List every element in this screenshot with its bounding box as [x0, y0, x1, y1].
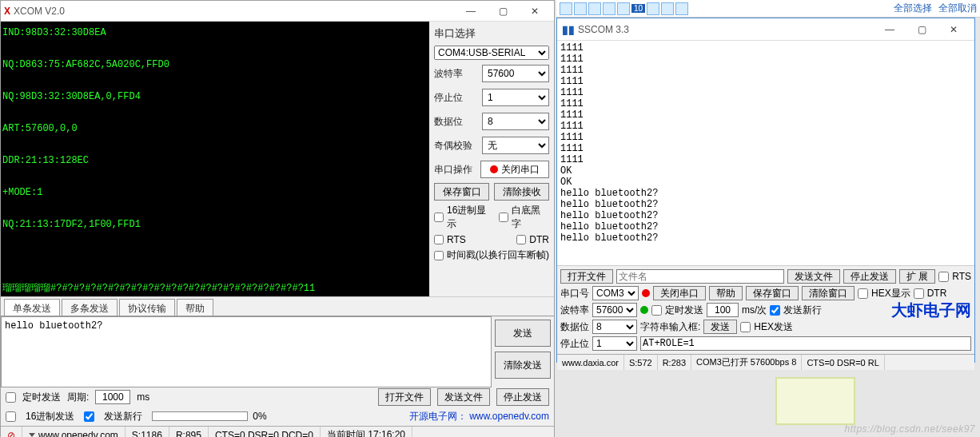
- baud-select[interactable]: 57600: [592, 303, 637, 317]
- minimize-button[interactable]: —: [874, 21, 906, 38]
- sscom-logo-icon: ▮▮: [562, 23, 575, 36]
- minimize-button[interactable]: —: [455, 2, 487, 20]
- sscom-control-panel: 打开文件 发送文件 停止发送 扩 展 RTS 串口号 COM3 关闭串口 帮助 …: [557, 266, 974, 354]
- send-file-button[interactable]: 发送文件: [787, 269, 840, 284]
- close-button[interactable]: ✕: [519, 2, 551, 20]
- background-box: [775, 377, 855, 425]
- status-recv: R:895: [169, 427, 209, 437]
- tray-icon[interactable]: [574, 2, 587, 15]
- timed-interval-input[interactable]: [707, 303, 739, 317]
- baud-select[interactable]: 57600: [482, 65, 549, 82]
- hexview-checkbox[interactable]: [434, 213, 444, 222]
- clear-window-button[interactable]: 清除窗口: [802, 286, 855, 300]
- tray-icon[interactable]: [675, 2, 688, 15]
- hexview-checkbox[interactable]: [858, 288, 868, 299]
- xcom-window: X XCOM V2.0 — ▢ ✕ IND:98D3:32:30D8EA NQ:…: [0, 0, 555, 437]
- tray-icon[interactable]: [647, 2, 659, 15]
- tab-protocol[interactable]: 协议传输: [119, 299, 175, 316]
- send-button[interactable]: 发送: [703, 320, 737, 334]
- sscom-statusbar: www.daxia.cor S:572 R:283 COM3已打开 57600b…: [557, 354, 974, 370]
- databits-select[interactable]: 8: [592, 320, 637, 334]
- rts-checkbox[interactable]: [434, 235, 444, 244]
- sscom-window: ▮▮ SSCOM 3.3 — ▢ ✕ 1111 1111 1111 1111 1…: [556, 18, 975, 363]
- xcom-statusbar: ⊘ www.openedv.com S:1186 R:895 CTS=0 DSR…: [1, 426, 554, 437]
- maximize-button[interactable]: ▢: [487, 2, 519, 20]
- tray-icon[interactable]: [617, 2, 630, 15]
- status-recv: R:283: [658, 355, 691, 370]
- tab-help[interactable]: 帮助: [177, 299, 213, 316]
- parity-label: 奇偶校验: [434, 139, 477, 153]
- stop-send-button[interactable]: 停止发送: [496, 388, 549, 406]
- status-port: COM3已打开 57600bps 8: [691, 355, 802, 370]
- extend-button[interactable]: 扩 展: [899, 269, 935, 284]
- save-window-button[interactable]: 保存窗口: [746, 286, 799, 300]
- stop-send-button[interactable]: 停止发送: [843, 269, 896, 284]
- close-port-button[interactable]: 关闭串口: [653, 286, 706, 300]
- whitebg-checkbox[interactable]: [499, 213, 508, 222]
- brand-label: 大虾电子网: [891, 300, 971, 321]
- dtr-checkbox[interactable]: [516, 235, 526, 244]
- port-status-icon: [642, 289, 650, 297]
- xcom-terminal[interactable]: IND:98D3:32:30D8EA NQ:D863:75:AF682C,5A0…: [1, 22, 429, 296]
- timed-send-checkbox[interactable]: [651, 305, 662, 316]
- databits-select[interactable]: 8: [482, 113, 549, 130]
- send-file-button[interactable]: 发送文件: [437, 388, 490, 406]
- status-time: 当前时间 17:16:20: [321, 427, 412, 437]
- rts-checkbox[interactable]: [938, 272, 949, 282]
- watermark: https://blog.csdn.net/seek97: [845, 423, 975, 435]
- send-button[interactable]: 发送: [495, 320, 551, 347]
- maximize-button[interactable]: ▢: [906, 21, 938, 38]
- status-url[interactable]: www.openedv.com: [22, 427, 125, 437]
- send-newline-checkbox[interactable]: [84, 411, 94, 422]
- port-select[interactable]: COM4:USB-SERIAL: [434, 46, 549, 60]
- parity-select[interactable]: 无: [482, 137, 549, 154]
- timestamp-checkbox[interactable]: [434, 251, 444, 260]
- port-open-icon: [640, 306, 648, 314]
- save-window-button[interactable]: 保存窗口: [434, 183, 489, 201]
- databits-label: 数据位: [434, 115, 477, 129]
- stopbits-label: 停止位: [434, 91, 477, 105]
- help-button[interactable]: 帮助: [709, 286, 743, 300]
- send-input[interactable]: [640, 336, 971, 351]
- clear-receive-button[interactable]: 清除接收: [494, 183, 549, 201]
- status-url[interactable]: www.daxia.cor: [557, 355, 624, 370]
- open-file-button[interactable]: 打开文件: [378, 388, 431, 406]
- port-select[interactable]: COM3: [592, 286, 639, 300]
- open-file-button[interactable]: 打开文件: [560, 269, 613, 284]
- tray-icon[interactable]: [603, 2, 615, 15]
- clear-send-button[interactable]: 清除发送: [495, 352, 551, 379]
- tab-multi-send[interactable]: 多条发送: [62, 299, 118, 316]
- port-heading: 串口选择: [434, 26, 549, 41]
- xcom-tabs: 单条发送 多条发送 协议传输 帮助: [1, 296, 554, 316]
- stopbits-select[interactable]: 1: [592, 336, 637, 351]
- tray-icon[interactable]: [560, 2, 572, 15]
- select-all-link[interactable]: 全部选择: [894, 2, 932, 15]
- send-newline-checkbox[interactable]: [770, 305, 780, 316]
- period-input[interactable]: [95, 390, 130, 404]
- close-port-button[interactable]: 关闭串口: [480, 161, 549, 178]
- sscom-terminal[interactable]: 1111 1111 1111 1111 1111 1111 1111 1111 …: [557, 41, 974, 266]
- hex-send-checkbox[interactable]: [6, 411, 16, 422]
- tab-single-send[interactable]: 单条发送: [4, 299, 60, 316]
- openedv-link[interactable]: 开源电子网： www.openedv.com: [409, 410, 549, 423]
- close-button[interactable]: ✕: [938, 21, 970, 38]
- sscom-titlebar[interactable]: ▮▮ SSCOM 3.3 — ▢ ✕: [557, 18, 974, 41]
- cancel-all-link[interactable]: 全部取消: [938, 2, 977, 15]
- top-taskbar: 10 全部选择 全部取消: [556, 0, 980, 18]
- tray-icon[interactable]: [661, 2, 674, 15]
- filename-input[interactable]: [616, 269, 784, 284]
- progress-bar: [152, 411, 248, 421]
- timed-send-checkbox[interactable]: [6, 392, 16, 403]
- string-input-label: 字符串输入框:: [640, 320, 700, 334]
- databits-label: 数据位: [560, 320, 589, 334]
- stopbits-select[interactable]: 1: [482, 89, 549, 106]
- send-textarea[interactable]: hello bluetooth2?: [1, 316, 492, 387]
- xcom-titlebar[interactable]: X XCOM V2.0 — ▢ ✕: [1, 1, 554, 22]
- hex-send-checkbox[interactable]: [740, 322, 751, 332]
- tray-icon[interactable]: [588, 2, 601, 15]
- status-cts: CTS=0 DSR=0 DCD=0: [209, 427, 321, 437]
- status-sent: S:572: [624, 355, 658, 370]
- xcom-logo-icon: X: [4, 6, 10, 17]
- xcom-side-panel: 串口选择 COM4:USB-SERIAL 波特率 57600 停止位 1 数据位…: [429, 22, 554, 296]
- dtr-checkbox[interactable]: [914, 288, 924, 299]
